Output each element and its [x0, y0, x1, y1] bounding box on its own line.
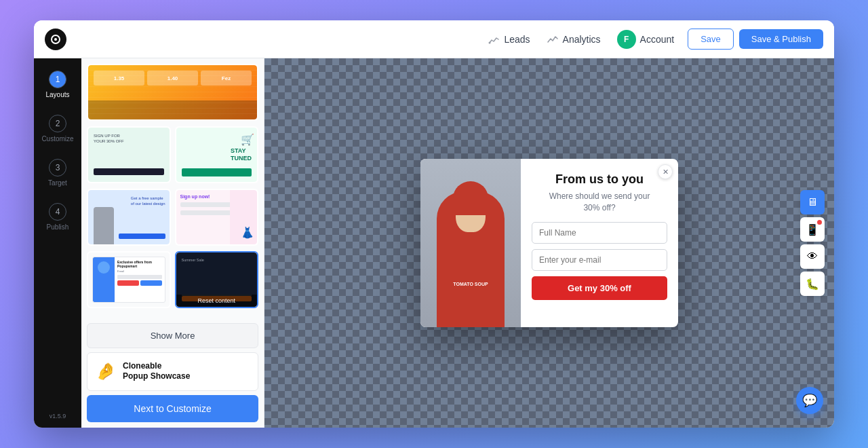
- analytics-icon: [547, 33, 559, 45]
- sidebar-step-layouts[interactable]: 1 Layouts: [34, 64, 81, 105]
- popup-hair: [453, 181, 488, 215]
- step-4-label: Publish: [47, 223, 69, 231]
- template-row-4: Exclusive offers from Popupsmart Email: [87, 251, 258, 308]
- step-3-label: Target: [48, 179, 67, 187]
- nav-account[interactable]: F Account: [617, 30, 675, 49]
- cloneable-icon: 🤌: [96, 362, 116, 381]
- step-1-number: 1: [49, 71, 66, 88]
- template-item-4a[interactable]: Exclusive offers from Popupsmart Email: [87, 251, 171, 308]
- template-row-3: Get a free sampleof our latest design Si…: [87, 189, 258, 246]
- sidebar-step-publish[interactable]: 4 Publish: [34, 196, 81, 238]
- step-3-number: 3: [49, 159, 66, 176]
- popup-cta-button[interactable]: Get my 30% off: [532, 276, 667, 300]
- cloneable-text: CloneablePopup Showcase: [123, 361, 190, 382]
- template-row-2: SIGN UP FORYOUR 30% OFF STAYTUNED 🛒: [87, 126, 258, 183]
- template-row-1: 1.35 1.40 Fez: [87, 64, 258, 121]
- version-label: v1.5.9: [50, 405, 66, 428]
- desktop-icon: 🖥: [807, 196, 818, 208]
- save-publish-button[interactable]: Save & Publish: [739, 29, 823, 49]
- popup-title: From us to you: [532, 172, 667, 187]
- step-2-number: 2: [49, 115, 66, 132]
- step-4-number: 4: [49, 203, 66, 221]
- nav-analytics-label: Analytics: [563, 34, 601, 45]
- template-item-2a[interactable]: SIGN UP FORYOUR 30% OFF: [87, 126, 171, 183]
- preview-button[interactable]: 👁: [800, 244, 825, 269]
- template-item-4b[interactable]: ✓ Summer Sale Reset content: [175, 251, 259, 308]
- sidebar-step-customize[interactable]: 2 Customize: [34, 108, 81, 149]
- sidebar-step-target[interactable]: 3 Target: [34, 152, 81, 193]
- template-item-1[interactable]: 1.35 1.40 Fez: [87, 64, 258, 121]
- sidebar-nav: 1 Layouts 2 Customize 3 Target 4 Publish…: [34, 58, 81, 428]
- popup-name-input[interactable]: [532, 222, 667, 244]
- header-nav: Leads Analytics F Account: [488, 30, 674, 49]
- template-item-3b[interactable]: Sign up now! 👗: [175, 189, 259, 246]
- chat-icon: 💬: [802, 393, 817, 408]
- popup-modal: TOMATO SOUP From us to you Where should …: [420, 159, 678, 327]
- step-2-label: Customize: [41, 135, 73, 143]
- cloneable-banner[interactable]: 🤌 CloneablePopup Showcase: [87, 352, 258, 391]
- bug-icon: 🐛: [806, 278, 819, 291]
- popup-shirt-text: TOMATO SOUP: [453, 282, 488, 286]
- account-avatar: F: [617, 30, 636, 49]
- nav-account-label: Account: [640, 34, 675, 45]
- popup-content: From us to you Where should we send your…: [521, 159, 678, 327]
- popup-image: TOMATO SOUP: [420, 159, 521, 327]
- leads-icon: [488, 33, 500, 45]
- nav-analytics[interactable]: Analytics: [547, 33, 601, 45]
- nav-leads-label: Leads: [504, 34, 530, 45]
- body-area: 1 Layouts 2 Customize 3 Target 4 Publish…: [34, 58, 834, 428]
- reset-content-overlay[interactable]: Reset content: [176, 295, 258, 307]
- mobile-view-button[interactable]: 📱: [800, 217, 825, 242]
- popup-close-button[interactable]: ✕: [658, 164, 673, 179]
- header: Leads Analytics F Account Save Save & Pu…: [34, 20, 834, 58]
- popup-image-bg: TOMATO SOUP: [420, 159, 521, 327]
- popup-subtitle: Where should we send your30% off?: [532, 191, 667, 214]
- mobile-dot-indicator: [817, 220, 822, 225]
- template-list: 1.35 1.40 Fez SIGN UP FORYOUR 30% OFF: [81, 58, 264, 323]
- eye-icon: 👁: [807, 250, 818, 263]
- svg-point-2: [489, 41, 491, 43]
- nav-leads[interactable]: Leads: [488, 33, 530, 45]
- next-button[interactable]: Next to Customize: [87, 395, 258, 422]
- popup-email-input[interactable]: [532, 249, 667, 271]
- show-more-button[interactable]: Show More: [87, 323, 258, 348]
- svg-point-1: [54, 38, 57, 41]
- template-item-3a[interactable]: Get a free sampleof our latest design: [87, 189, 171, 246]
- step-1-label: Layouts: [45, 91, 69, 98]
- canvas-area: TOMATO SOUP From us to you Where should …: [264, 58, 834, 428]
- save-button[interactable]: Save: [688, 29, 734, 50]
- desktop-view-button[interactable]: 🖥: [800, 190, 825, 214]
- template-panel: 1.35 1.40 Fez SIGN UP FORYOUR 30% OFF: [81, 58, 264, 428]
- debug-button[interactable]: 🐛: [800, 272, 825, 296]
- template-item-2b[interactable]: STAYTUNED 🛒: [175, 126, 259, 183]
- main-window: Leads Analytics F Account Save Save & Pu…: [34, 20, 834, 428]
- chat-button[interactable]: 💬: [796, 387, 823, 414]
- mobile-icon: 📱: [806, 223, 819, 236]
- right-toolbar: 🖥 📱 👁 🐛: [797, 190, 827, 296]
- app-logo[interactable]: [45, 29, 66, 50]
